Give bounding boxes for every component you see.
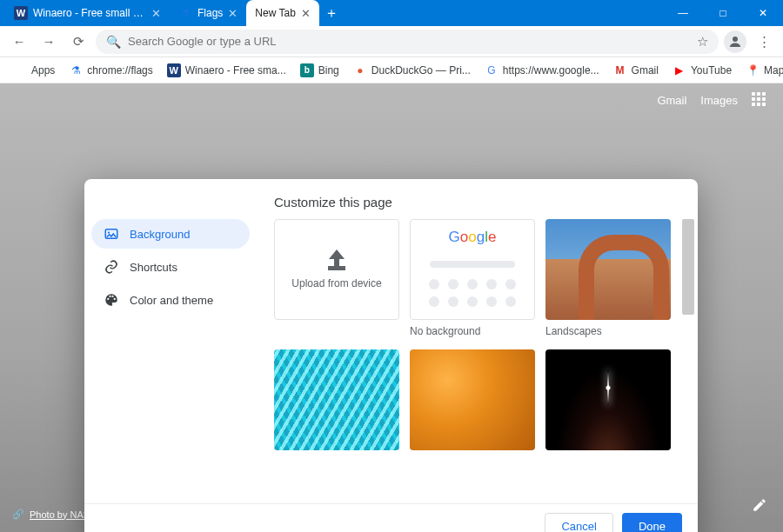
bookmark-label: https://www.google... [503,64,599,76]
reload-button[interactable]: ⟳ [66,30,90,54]
search-icon: 🔍 [106,35,121,49]
sidebar-item-label: Color and theme [130,294,213,307]
tab-newtab[interactable]: New Tab ✕ [246,0,318,26]
customize-button[interactable] [752,497,767,516]
bookmark-label: Bing [318,64,339,76]
maps-icon: 📍 [746,63,760,77]
back-button[interactable]: ← [7,30,31,54]
tile-textures[interactable] [274,349,399,450]
w-icon: W [167,63,181,77]
window-controls: — □ ✕ [663,0,783,26]
tab-flags[interactable]: ⚗ Flags ✕ [170,0,246,26]
images-link[interactable]: Images [700,94,738,107]
maximize-button[interactable]: □ [703,0,743,26]
scrollbar[interactable] [682,219,694,460]
done-button[interactable]: Done [622,513,682,533]
minimize-button[interactable]: — [663,0,703,26]
favicon-flask-icon: ⚗ [178,6,192,20]
gmail-link[interactable]: Gmail [657,94,686,107]
bookmark-label: DuckDuckGo — Pri... [371,64,471,76]
customize-dialog: Customize this page Background Shortcuts… [84,179,698,532]
bookmark-duckduckgo[interactable]: ●DuckDuckGo — Pri... [347,61,477,80]
tab-title: New Tab [255,7,295,19]
google-apps-icon[interactable] [752,92,767,108]
tile-landscapes[interactable]: Landscapes [545,219,671,339]
dialog-sidebar: Background Shortcuts Color and theme [84,179,258,503]
person-icon [727,34,743,50]
duck-icon: ● [353,63,367,77]
flask-icon: ⚗ [69,63,83,77]
new-tab-page: Gmail Images Google Chro... Web Store Ad… [0,83,783,532]
ntp-top-links: Gmail Images [657,92,767,108]
close-window-button[interactable]: ✕ [743,0,783,26]
tile-no-background[interactable]: Google No background [410,219,535,339]
sidebar-item-shortcuts[interactable]: Shortcuts [91,252,250,282]
google-g-icon: G [485,63,499,77]
bookmark-label: Gmail [632,64,659,76]
background-grid: Upload from device Google No backg [258,179,698,503]
menu-button[interactable]: ⋮ [752,30,776,54]
bookmark-youtube[interactable]: ▶YouTube [666,61,738,80]
tab-strip: W Winaero - Free small and useful s ✕ ⚗ … [0,0,663,26]
space-thumbnail [545,349,671,450]
tab-winaero[interactable]: W Winaero - Free small and useful s ✕ [5,0,170,26]
profile-button[interactable] [724,30,746,53]
tile-caption: Landscapes [545,325,671,339]
scroll-thumb[interactable] [682,219,694,315]
link-icon: 🔗 [12,509,24,520]
tile-label: Upload from device [291,277,381,289]
bookmarks-bar: Apps ⚗chrome://flags WWinaero - Free sma… [0,57,783,83]
tile-earth[interactable] [545,349,671,450]
bookmark-star-icon[interactable]: ☆ [697,34,708,50]
orange-thumbnail [410,349,535,450]
sidebar-item-background[interactable]: Background [91,219,250,249]
bookmark-flags[interactable]: ⚗chrome://flags [63,61,158,80]
sidebar-item-label: Shortcuts [130,261,177,274]
bing-icon: b [300,63,314,77]
tile-caption: No background [410,325,535,339]
sidebar-item-color[interactable]: Color and theme [91,285,250,315]
bookmark-label: Winaero - Free sma... [185,64,286,76]
svg-point-2 [108,231,110,233]
close-icon[interactable]: ✕ [151,7,161,20]
image-icon [104,226,119,242]
bookmark-google[interactable]: Ghttps://www.google... [478,61,606,80]
bookmark-bing[interactable]: bBing [294,61,345,80]
bookmark-gmail[interactable]: MGmail [607,61,665,80]
bookmark-label: Apps [31,64,55,76]
window-titlebar: W Winaero - Free small and useful s ✕ ⚗ … [0,0,783,26]
google-logo-icon: Google [423,229,522,246]
tab-title: Flags [197,7,223,19]
bookmark-maps[interactable]: 📍Maps [740,61,783,80]
address-input[interactable] [128,35,690,48]
new-tab-button[interactable]: ＋ [319,0,344,26]
cancel-button[interactable]: Cancel [545,513,612,533]
tile-upload[interactable]: Upload from device [274,219,399,339]
bookmark-label: chrome://flags [87,64,152,76]
favicon-w-icon: W [14,6,28,20]
youtube-icon: ▶ [673,63,686,77]
tab-title: Winaero - Free small and useful s [33,7,146,19]
texture-thumbnail [274,349,399,450]
dialog-footer: Cancel Done [84,503,698,532]
palette-icon [104,292,119,308]
bookmark-label: YouTube [691,64,732,76]
no-bg-preview: Google [411,220,534,319]
close-icon[interactable]: ✕ [228,7,238,20]
omnibox[interactable]: 🔍 ☆ [96,30,719,54]
tile-life[interactable] [410,349,535,450]
browser-toolbar: ← → ⟳ 🔍 ☆ ⋮ [0,26,783,57]
upload-icon [326,249,347,270]
landscape-thumbnail [545,219,671,320]
svg-point-0 [733,37,738,42]
gmail-icon: M [613,63,627,77]
bookmark-label: Maps [764,64,783,76]
bookmark-winaero[interactable]: WWinaero - Free sma... [161,61,292,80]
apps-icon [13,63,27,77]
bookmark-apps[interactable]: Apps [7,61,61,80]
link-icon [104,259,119,275]
forward-button[interactable]: → [37,30,61,54]
close-icon[interactable]: ✕ [301,7,311,20]
pencil-icon [752,497,767,513]
sidebar-item-label: Background [130,228,190,241]
